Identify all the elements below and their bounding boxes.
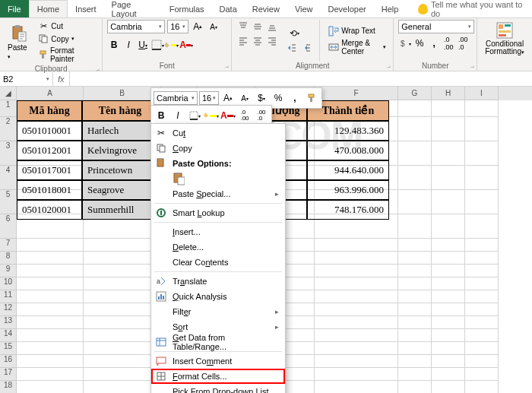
- cell[interactable]: [17, 329, 84, 342]
- cell[interactable]: 963.996.000: [307, 180, 389, 200]
- decrease-decimal[interactable]: .00.0: [456, 36, 470, 50]
- increase-font-button[interactable]: A▴: [191, 20, 204, 33]
- decrease-indent[interactable]: [285, 41, 299, 55]
- orientation-button[interactable]: ⟲▾: [285, 27, 303, 40]
- cell[interactable]: [84, 381, 161, 393]
- cell-selected[interactable]: Harlech: [82, 121, 158, 141]
- row-17[interactable]: 17: [0, 368, 17, 381]
- cell[interactable]: [432, 166, 465, 190]
- cell[interactable]: [17, 368, 84, 381]
- fill-color-button[interactable]: ▾: [165, 38, 179, 52]
- font-color-button[interactable]: A▾: [179, 38, 193, 52]
- cell[interactable]: [432, 100, 465, 117]
- col-H[interactable]: H: [432, 87, 465, 100]
- cut-button[interactable]: ✂Cut: [36, 20, 97, 32]
- cell[interactable]: [398, 277, 432, 290]
- cell[interactable]: [17, 277, 84, 290]
- formula-input[interactable]: [70, 71, 532, 86]
- align-left[interactable]: [236, 34, 250, 48]
- cell[interactable]: [398, 303, 432, 316]
- cell[interactable]: [398, 355, 432, 368]
- cell[interactable]: [315, 252, 398, 265]
- mini-accounting[interactable]: $▾: [254, 90, 269, 106]
- decrease-font-button[interactable]: A▾: [207, 20, 220, 33]
- cell[interactable]: [315, 329, 398, 342]
- cell[interactable]: [465, 252, 499, 265]
- cell[interactable]: [315, 316, 398, 329]
- mini-bold[interactable]: B: [154, 108, 169, 123]
- bold-button[interactable]: B: [107, 38, 121, 52]
- font-size-select[interactable]: 16▾: [167, 20, 188, 33]
- cell[interactable]: [465, 303, 499, 316]
- mini-dec-decimal[interactable]: .00.0: [254, 108, 269, 123]
- row-15[interactable]: 15: [0, 342, 17, 355]
- increase-decimal[interactable]: .0.00: [442, 36, 455, 50]
- cell[interactable]: 0501017001: [17, 160, 82, 180]
- ctx-smart-lookup[interactable]: Smart Lookup: [151, 205, 285, 220]
- cell[interactable]: [465, 214, 499, 239]
- ctx-insert-comment[interactable]: Insert Comment: [151, 353, 285, 369]
- cell[interactable]: [432, 342, 465, 355]
- cell[interactable]: [465, 166, 499, 190]
- col-A[interactable]: A: [17, 87, 84, 100]
- cell[interactable]: [432, 141, 465, 166]
- cell[interactable]: [17, 342, 84, 355]
- cell[interactable]: [432, 239, 465, 252]
- cell-selected[interactable]: Summerhill: [82, 200, 158, 220]
- conditional-formatting-button[interactable]: ConditionalFormatting▾: [482, 20, 527, 57]
- cell[interactable]: [398, 214, 432, 239]
- row-16[interactable]: 16: [0, 355, 17, 368]
- row-8[interactable]: 8: [0, 252, 17, 265]
- cell[interactable]: [465, 316, 499, 329]
- col-F[interactable]: F: [315, 87, 398, 100]
- cell[interactable]: 944.640.000: [307, 160, 389, 180]
- cell[interactable]: [315, 277, 398, 290]
- cell[interactable]: [465, 342, 499, 355]
- cell[interactable]: [84, 265, 161, 277]
- cell[interactable]: [465, 190, 499, 214]
- format-painter-button[interactable]: Format Painter: [36, 46, 97, 64]
- align-top[interactable]: [236, 20, 250, 33]
- cell[interactable]: [84, 329, 161, 342]
- cell[interactable]: [398, 265, 432, 277]
- paste-button[interactable]: Paste ▾: [5, 20, 33, 64]
- cell[interactable]: [17, 252, 84, 265]
- font-name-select[interactable]: Cambria▾: [107, 20, 165, 33]
- cell[interactable]: [398, 252, 432, 265]
- ctx-copy[interactable]: Copy: [151, 141, 285, 156]
- merge-center-button[interactable]: Merge & Center ▾: [326, 38, 388, 56]
- cell[interactable]: [315, 303, 398, 316]
- percent-format[interactable]: %: [413, 36, 426, 50]
- cell[interactable]: [432, 117, 465, 141]
- cell[interactable]: [432, 190, 465, 214]
- cell[interactable]: 0501020001: [17, 200, 82, 220]
- cell[interactable]: 748.176.000: [307, 200, 389, 220]
- cell[interactable]: [84, 239, 161, 252]
- cell[interactable]: [432, 303, 465, 316]
- cell[interactable]: [315, 265, 398, 277]
- tab-formulas[interactable]: Formulas: [162, 0, 212, 17]
- comma-format[interactable]: ,: [427, 36, 441, 50]
- cell[interactable]: [465, 368, 499, 381]
- cell[interactable]: [315, 368, 398, 381]
- ctx-pick-list[interactable]: Pick From Drop-down List...: [151, 384, 285, 393]
- row-9[interactable]: 9: [0, 265, 17, 277]
- ctx-format-cells[interactable]: Format Cells...: [151, 369, 285, 384]
- cell-selected[interactable]: Princetown: [82, 160, 158, 180]
- cell[interactable]: [84, 290, 161, 303]
- ctx-get-data[interactable]: Get Data from Table/Range...: [151, 334, 285, 350]
- tab-file[interactable]: File: [0, 0, 29, 17]
- cell[interactable]: [465, 277, 499, 290]
- cell[interactable]: [465, 355, 499, 368]
- cell[interactable]: [398, 117, 432, 141]
- cell[interactable]: [432, 277, 465, 290]
- cell[interactable]: [84, 355, 161, 368]
- col-G[interactable]: G: [398, 87, 432, 100]
- cell[interactable]: [432, 265, 465, 277]
- tell-me[interactable]: Tell me what you want to do: [410, 0, 532, 17]
- mini-increase-font[interactable]: A▴: [220, 90, 236, 106]
- cell[interactable]: [84, 303, 161, 316]
- mini-border[interactable]: ▾: [187, 108, 202, 123]
- cell[interactable]: [17, 290, 84, 303]
- ctx-clear-contents[interactable]: Clear Contents: [151, 255, 285, 270]
